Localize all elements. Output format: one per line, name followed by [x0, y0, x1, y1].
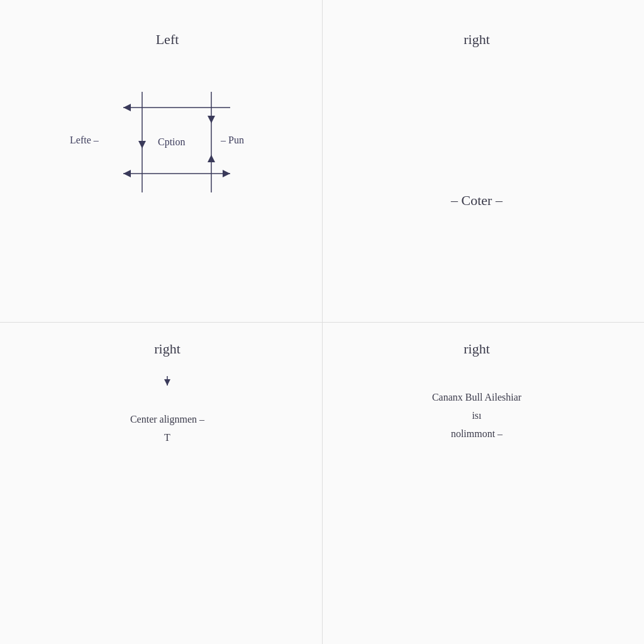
bottom-left-text: Center alignmen – T — [130, 411, 204, 447]
top-left-title: Left — [156, 31, 179, 48]
quadrant-bottom-left: right Center alignmen – T — [13, 322, 322, 631]
bottom-left-title: right — [154, 341, 180, 357]
quadrant-top-left: Left — [13, 13, 322, 322]
svg-text:– Pun: – Pun — [220, 135, 244, 145]
svg-marker-6 — [123, 170, 131, 177]
svg-marker-9 — [208, 155, 215, 162]
top-right-title: right — [464, 31, 490, 48]
top-right-content: – Coter – — [335, 67, 619, 309]
diagram-area: Lefte – Cption – Pun — [60, 73, 274, 211]
svg-marker-4 — [123, 104, 131, 111]
svg-text:Cption: Cption — [158, 136, 186, 148]
svg-marker-14 — [164, 379, 170, 386]
quadrant-bottom-right: right Cananx Bull Aileshiar isı nolimmon… — [322, 322, 631, 631]
svg-marker-8 — [208, 116, 215, 123]
bottom-right-text: Cananx Bull Aileshiar isı nolimmont – — [432, 389, 521, 443]
svg-marker-5 — [223, 170, 230, 177]
quadrant-top-right: right – Coter – — [322, 13, 631, 322]
coter-text: – Coter – — [451, 192, 502, 209]
bottom-right-title: right — [464, 341, 490, 357]
svg-text:Lefte  –: Lefte – — [70, 135, 99, 145]
svg-marker-7 — [138, 141, 146, 148]
bottom-right-content: Cananx Bull Aileshiar isı nolimmont – — [335, 376, 619, 443]
main-container: Left — [0, 0, 644, 644]
bottom-left-content: Center alignmen – T — [25, 376, 309, 447]
